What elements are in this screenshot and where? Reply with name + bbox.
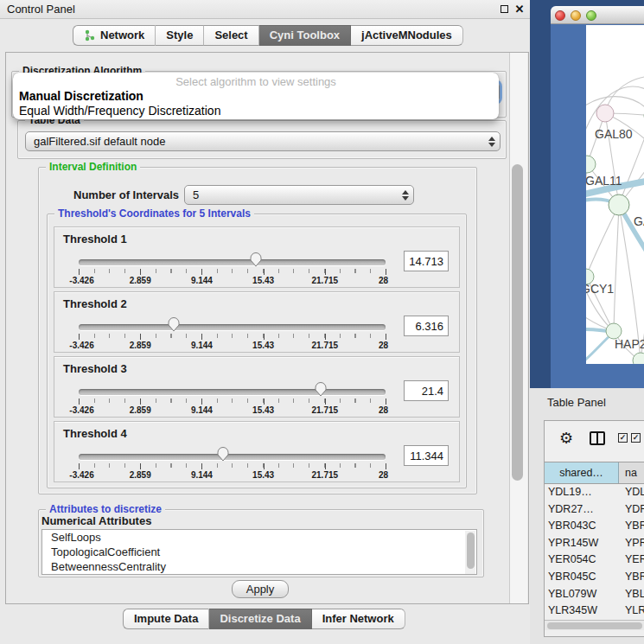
node-gal4[interactable] [609, 194, 629, 215]
table-row[interactable]: YDR27…YDR2 [545, 501, 644, 519]
cell[interactable]: YDR2 [619, 501, 644, 519]
threshold-2-value-field[interactable] [404, 316, 449, 336]
tab-network[interactable]: Network [73, 25, 156, 46]
popup-hint: Select algorithm to view settings [13, 75, 499, 88]
cell[interactable]: YER0 [619, 552, 644, 569]
table-row[interactable]: YDL19…YDL1 [545, 484, 644, 501]
threshold-3-slider[interactable] [79, 389, 386, 395]
group-label: Attributes to discretize [46, 503, 165, 515]
tick-label: 15.43 [252, 470, 274, 480]
node-gal11[interactable] [586, 156, 596, 173]
network-window-titlebar[interactable] [551, 6, 644, 24]
threshold-4-value-field[interactable] [404, 445, 449, 466]
threshold-2-slider[interactable] [79, 324, 386, 330]
slider-thumb[interactable] [249, 252, 262, 267]
split-columns-icon[interactable] [590, 431, 605, 445]
cell[interactable]: YDL1 [619, 484, 644, 501]
apply-button[interactable]: Apply [232, 580, 289, 598]
vertical-scrollbar-thumb[interactable] [512, 164, 523, 481]
cell[interactable]: YBR0 [619, 518, 644, 535]
tab-impute-data[interactable]: Impute Data [123, 609, 209, 629]
slider-thumb[interactable] [315, 382, 328, 397]
tab-style[interactable]: Style [156, 25, 204, 46]
tab-label: jActiveMNodules [361, 26, 452, 45]
bottom-tab-bar: Impute Data Discretize Data Infer Networ… [123, 609, 405, 629]
control-panel-titlebar: Control Panel ✕ [0, 0, 530, 19]
list-scrollbar-thumb[interactable] [467, 532, 475, 569]
minimize-button[interactable] [571, 10, 581, 21]
column-header-name[interactable]: na [619, 462, 644, 483]
list-item-topologicalcoefficient[interactable]: TopologicalCoefficient [42, 545, 476, 559]
tick-label: 2.859 [130, 470, 151, 480]
control-panel: Control Panel ✕ Network Style Select Cyn… [0, 0, 530, 644]
checkbox-icon[interactable]: ✓ [618, 433, 628, 443]
number-of-intervals-combobox[interactable]: 5 [184, 185, 414, 205]
threshold-1-slider[interactable] [79, 259, 386, 265]
tick-label: 9.144 [191, 341, 213, 350]
tick-label: 28 [379, 341, 388, 350]
cell[interactable]: YDL19… [545, 484, 619, 501]
tick-label: 9.144 [191, 276, 213, 285]
threshold-label: Threshold 3 [63, 362, 127, 375]
threshold-1-value-field[interactable] [404, 251, 449, 271]
threshold-3-value-field[interactable] [404, 380, 449, 401]
cell[interactable]: YBL0 [619, 586, 644, 603]
table-row[interactable]: YBR045CYBR0 [545, 569, 644, 586]
threshold-label: Threshold 1 [63, 233, 127, 245]
cell[interactable]: YBR0 [619, 569, 644, 586]
tab-select[interactable]: Select [204, 25, 258, 46]
table-row[interactable]: YPR145WYPR1 [545, 535, 644, 552]
table-row[interactable]: YLR345WYLR3 [545, 603, 644, 620]
group-label: Interval Definition [46, 161, 140, 173]
column-header-shared-name[interactable]: shared… [545, 462, 619, 483]
table-row[interactable]: YER054CYER0 [545, 552, 644, 569]
number-of-intervals-label: Number of Intervals [73, 188, 179, 201]
cell[interactable]: YBR043C [545, 518, 619, 535]
node-label-gcy1: GCY1 [586, 282, 614, 296]
cell[interactable]: YBR045C [545, 569, 619, 586]
tab-jactivemnodules[interactable]: jActiveMNodules [351, 25, 463, 46]
list-item-selfloops[interactable]: SelfLoops [42, 530, 476, 545]
horizontal-scrollbar-track[interactable] [545, 620, 644, 630]
group-label: Threshold's Coordinates for 5 Intervals [54, 207, 254, 220]
network-icon [84, 29, 96, 41]
table-row[interactable]: YBR043CYBR0 [545, 518, 644, 535]
close-panel-icon[interactable]: ✕ [513, 3, 526, 16]
tab-cyni-toolbox[interactable]: Cyni Toolbox [259, 25, 351, 46]
cell[interactable]: YBL079W [545, 586, 619, 603]
slider-thumb[interactable] [216, 447, 229, 462]
table-data-combobox[interactable]: galFiltered.sif default node [25, 131, 501, 151]
zoom-button[interactable] [586, 10, 596, 21]
list-item-betweennesscentrality[interactable]: BetweennessCentrality [42, 559, 476, 574]
tick-label: 2.859 [130, 405, 151, 415]
checkbox-icon[interactable]: ✓ [631, 433, 641, 443]
cell[interactable]: YLR3 [619, 603, 644, 620]
horizontal-scrollbar-thumb[interactable] [547, 622, 642, 629]
tick-label: 9.144 [191, 405, 213, 415]
numerical-attributes-list[interactable]: SelfLoops TopologicalCoefficient Between… [41, 529, 477, 575]
cell[interactable]: YPR145W [545, 535, 619, 552]
gear-icon[interactable]: ⚙ [559, 429, 573, 448]
tick-label: -3.426 [69, 470, 93, 480]
tick-label: 2.859 [130, 276, 151, 285]
node-bottom[interactable] [633, 353, 644, 364]
tab-infer-network[interactable]: Infer Network [312, 609, 405, 629]
list-scrollbar-track[interactable] [465, 531, 475, 575]
threshold-4-slider[interactable] [79, 454, 386, 460]
tick-label: 21.715 [312, 276, 339, 285]
popup-item-equal-width-frequency[interactable]: Equal Width/Frequency Discretization [13, 104, 499, 118]
cell[interactable]: YPR1 [619, 535, 644, 552]
table-row[interactable]: YBL079WYBL0 [545, 586, 644, 603]
cell[interactable]: YER054C [545, 552, 619, 569]
float-window-icon[interactable] [498, 3, 510, 16]
tick-label: 15.43 [252, 405, 274, 415]
popup-item-manual-discretization[interactable]: Manual Discretization [13, 89, 499, 103]
tab-discretize-data[interactable]: Discretize Data [209, 609, 311, 629]
cell[interactable]: YDR27… [545, 501, 619, 519]
node-gal80[interactable] [596, 105, 614, 122]
tick-label: 2.859 [130, 341, 151, 350]
close-button[interactable] [555, 10, 565, 21]
network-canvas[interactable]: GAL80 GA C GAL11 GAL4 GCY1 H HAP2 [586, 25, 644, 364]
slider-thumb[interactable] [168, 317, 181, 332]
cell[interactable]: YLR345W [545, 603, 619, 620]
